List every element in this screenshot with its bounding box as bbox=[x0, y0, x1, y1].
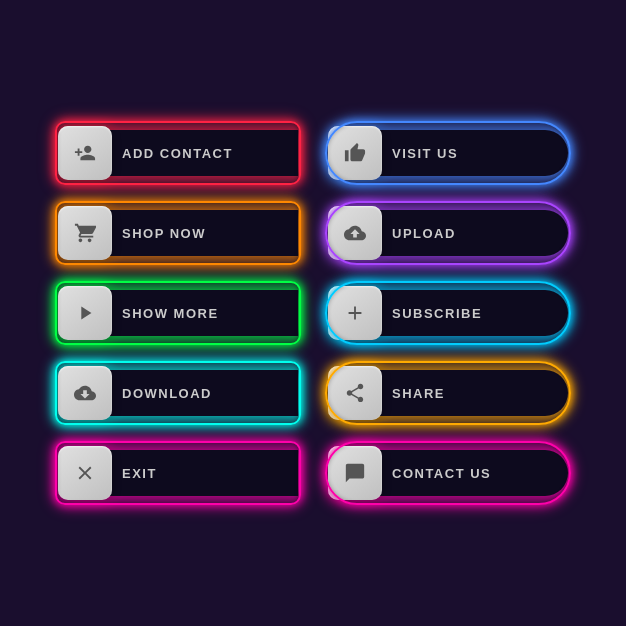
show-more-label-area: SHOW MORE bbox=[104, 290, 298, 336]
subscribe-button[interactable]: SUBSCRIBE bbox=[328, 284, 568, 342]
visit-us-button[interactable]: VISIT US bbox=[328, 124, 568, 182]
upload-label: UPLOAD bbox=[392, 226, 456, 241]
show-more-button[interactable]: SHOW MORE bbox=[58, 284, 298, 342]
download-button[interactable]: DOWNLOAD bbox=[58, 364, 298, 422]
contact-us-icon-box bbox=[328, 446, 382, 500]
contact-us-label-area: CONTACT US bbox=[374, 450, 568, 496]
exit-label: EXIT bbox=[122, 466, 157, 481]
add-contact-label-area: ADD CONTACT bbox=[104, 130, 298, 176]
thumb-up-icon bbox=[344, 142, 366, 164]
upload-button[interactable]: UPLOAD bbox=[328, 204, 568, 262]
visit-us-icon-box bbox=[328, 126, 382, 180]
upload-icon-box bbox=[328, 206, 382, 260]
add-contact-icon-box bbox=[58, 126, 112, 180]
add-contact-label: ADD CONTACT bbox=[122, 146, 233, 161]
contact-us-label: CONTACT US bbox=[392, 466, 491, 481]
share-label-area: SHARE bbox=[374, 370, 568, 416]
plus-icon bbox=[344, 302, 366, 324]
shop-now-button[interactable]: SHOP NOW bbox=[58, 204, 298, 262]
subscribe-icon-box bbox=[328, 286, 382, 340]
button-grid: ADD CONTACTVISIT USSHOP NOWUPLOADSHOW MO… bbox=[28, 94, 598, 532]
contact-us-button[interactable]: CONTACT US bbox=[328, 444, 568, 502]
shop-now-label-area: SHOP NOW bbox=[104, 210, 298, 256]
download-label-area: DOWNLOAD bbox=[104, 370, 298, 416]
download-label: DOWNLOAD bbox=[122, 386, 212, 401]
upload-icon bbox=[344, 222, 366, 244]
shop-now-label: SHOP NOW bbox=[122, 226, 206, 241]
person-add-icon bbox=[74, 142, 96, 164]
upload-label-area: UPLOAD bbox=[374, 210, 568, 256]
share-icon bbox=[344, 382, 366, 404]
cart-icon bbox=[74, 222, 96, 244]
visit-us-label-area: VISIT US bbox=[374, 130, 568, 176]
subscribe-label: SUBSCRIBE bbox=[392, 306, 482, 321]
share-icon-box bbox=[328, 366, 382, 420]
exit-button[interactable]: EXIT bbox=[58, 444, 298, 502]
play-icon bbox=[74, 302, 96, 324]
share-button[interactable]: SHARE bbox=[328, 364, 568, 422]
download-icon bbox=[74, 382, 96, 404]
share-label: SHARE bbox=[392, 386, 445, 401]
shop-now-icon-box bbox=[58, 206, 112, 260]
close-icon bbox=[74, 462, 96, 484]
download-icon-box bbox=[58, 366, 112, 420]
subscribe-label-area: SUBSCRIBE bbox=[374, 290, 568, 336]
show-more-icon-box bbox=[58, 286, 112, 340]
visit-us-label: VISIT US bbox=[392, 146, 458, 161]
chat-icon bbox=[344, 462, 366, 484]
exit-icon-box bbox=[58, 446, 112, 500]
add-contact-button[interactable]: ADD CONTACT bbox=[58, 124, 298, 182]
exit-label-area: EXIT bbox=[104, 450, 298, 496]
show-more-label: SHOW MORE bbox=[122, 306, 219, 321]
